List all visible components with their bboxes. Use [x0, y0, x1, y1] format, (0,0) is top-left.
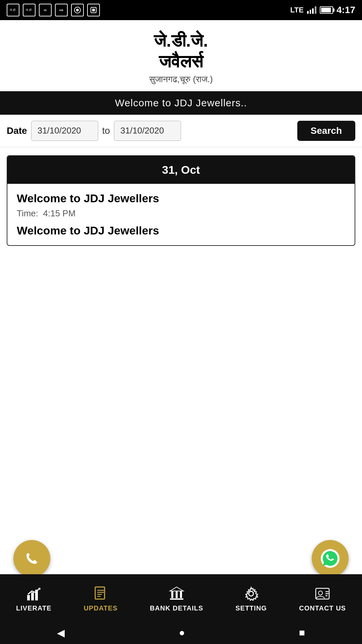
status-icons-right: LTE 4:17	[290, 5, 355, 15]
message-card: 31, Oct Welcome to JDJ Jewellers Time: 4…	[7, 155, 355, 246]
message-card-header: 31, Oct	[7, 156, 355, 184]
message-card-body: Welcome to JDJ Jewellers Time: 4:15 PM W…	[7, 184, 355, 245]
svg-rect-15	[176, 591, 178, 598]
app-icon-6	[87, 4, 100, 16]
nav-item-bank-details[interactable]: BANK DETAILS	[150, 585, 203, 612]
liverate-label: LIVERATE	[16, 604, 51, 612]
nav-item-updates[interactable]: UPDATES	[84, 585, 118, 612]
message-title: Welcome to JDJ Jewellers	[17, 192, 345, 205]
logo-area: जे.डी.जे. जवैलर्स सुजानगढ,चूरु (राज.)	[0, 20, 362, 91]
search-button[interactable]: Search	[297, 121, 355, 141]
liverate-icon	[25, 585, 43, 602]
time-value: 4:15 PM	[43, 208, 76, 218]
svg-rect-14	[171, 591, 173, 598]
message-time: Time: 4:15 PM	[17, 208, 345, 219]
status-icons-left: जे.डी. जे.डी. IG KB	[7, 4, 100, 16]
logo-line3: सुजानगढ,चूरु (राज.)	[149, 74, 213, 85]
contact-us-icon	[314, 585, 331, 602]
updates-label: UPDATES	[84, 604, 118, 612]
welcome-banner: Welcome to JDJ Jewellers..	[0, 91, 362, 115]
lte-label: LTE	[290, 6, 304, 14]
bank-details-icon	[168, 585, 185, 602]
to-date-input[interactable]: 31/10/2020	[114, 121, 181, 141]
svg-point-20	[318, 591, 322, 595]
svg-rect-6	[31, 592, 34, 600]
app-icon-4: KB	[55, 4, 68, 16]
date-label: Date	[7, 125, 27, 136]
svg-marker-13	[170, 587, 183, 591]
nav-item-setting[interactable]: SETTING	[235, 585, 267, 612]
nav-item-liverate[interactable]: LIVERATE	[16, 585, 51, 612]
svg-rect-8	[95, 587, 105, 599]
app-icon-3: IG	[39, 4, 52, 16]
status-bar: जे.डी. जे.डी. IG KB LTE 4:17	[0, 0, 362, 20]
app-icon-5	[71, 4, 84, 16]
from-date-input[interactable]: 31/10/2020	[31, 121, 98, 141]
bottom-nav: LIVERATE UPDATES BANK DETAILS	[0, 574, 362, 621]
recent-button[interactable]: ■	[299, 627, 305, 638]
bank-details-label: BANK DETAILS	[150, 604, 203, 612]
setting-icon	[242, 585, 260, 602]
nav-item-contact-us[interactable]: CONTACT US	[299, 585, 346, 612]
updates-icon	[92, 585, 109, 602]
signal-icon	[307, 6, 316, 14]
status-time: 4:17	[337, 5, 355, 15]
to-label: to	[102, 125, 110, 136]
time-label: Time:	[17, 208, 38, 218]
whatsapp-fab-button[interactable]	[312, 540, 349, 577]
contact-us-label: CONTACT US	[299, 604, 346, 612]
back-button[interactable]: ◀	[57, 627, 65, 639]
logo-line2: जवैलर्स	[149, 51, 213, 72]
setting-label: SETTING	[235, 604, 267, 612]
svg-point-18	[249, 591, 253, 596]
svg-rect-16	[180, 591, 182, 598]
app-icon-1: जे.डी.	[7, 4, 19, 16]
call-fab-button[interactable]	[13, 540, 50, 577]
android-nav-bar: ◀ ● ■	[0, 621, 362, 644]
battery-icon	[320, 6, 333, 14]
home-button[interactable]: ●	[179, 627, 185, 638]
logo-line1: जे.डी.जे.	[149, 30, 213, 51]
message-body: Welcome to JDJ Jewellers	[17, 224, 345, 237]
content-area: 31, Oct Welcome to JDJ Jewellers Time: 4…	[0, 147, 362, 254]
date-filter-bar: Date 31/10/2020 to 31/10/2020 Search	[0, 115, 362, 147]
svg-rect-17	[170, 598, 183, 600]
svg-rect-5	[27, 595, 30, 600]
svg-rect-3	[92, 9, 95, 11]
app-icon-2: जे.डी.	[23, 4, 36, 16]
svg-point-1	[76, 9, 79, 11]
